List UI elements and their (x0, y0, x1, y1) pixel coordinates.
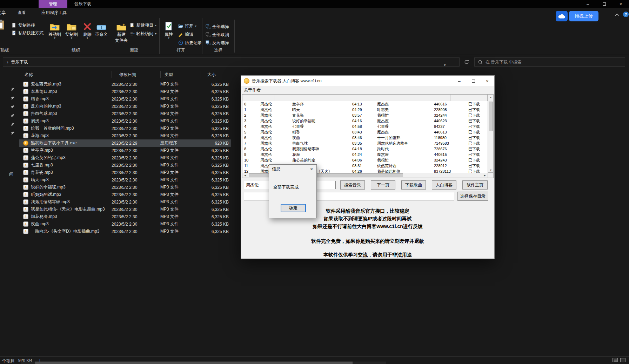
column-divider[interactable] (112, 71, 112, 78)
file-row[interactable]: 晴天.mp3 2023/5/2 2:30 MP3 文件 6,325 KB (19, 176, 231, 184)
file-row[interactable]: 听妈妈的话.mp3 2023/5/2 2:30 MP3 文件 6,325 KB (19, 191, 231, 198)
close-button[interactable]: × (480, 76, 494, 86)
paste-shortcut-button[interactable]: 粘贴快捷方式 (11, 29, 44, 36)
refresh-button[interactable] (462, 57, 471, 67)
tab-view[interactable]: 查看 (13, 8, 30, 18)
file-row[interactable]: 搁浅.mp3 2023/5/2 2:30 MP3 文件 6,325 KB (19, 117, 231, 125)
help-icon[interactable]: ? (623, 12, 629, 17)
tab-application-tools[interactable]: 应用程序工具 (34, 8, 74, 18)
file-row[interactable]: 烟花易冷.mp3 2023/5/2 2:30 MP3 文件 6,325 KB (19, 213, 231, 220)
file-row[interactable]: 告白气球.mp3 2023/5/2 2:30 MP3 文件 6,325 KB (19, 110, 231, 117)
song-row[interactable]: 5 周杰伦 稻香 03:43 魔杰座 440613 已下载 (242, 129, 488, 135)
thumbnail-view-button[interactable] (620, 358, 625, 362)
scroll-down-icon[interactable]: ▼ (488, 167, 493, 172)
scroll-left-icon[interactable]: ◀ (242, 173, 248, 178)
song-row[interactable]: 10 周杰伦 蒲公英的约定 04:06 我很忙 324243 已下载 (242, 157, 488, 163)
file-row[interactable]: 兰亭序.mp3 2023/5/2 2:30 MP3 文件 6,325 KB (19, 147, 231, 154)
breadcrumb[interactable]: 音乐下载 (11, 59, 28, 65)
choose-save-directory-button[interactable]: 选择保存目录 (457, 192, 488, 201)
drag-upload-button[interactable]: 拖拽上传 (556, 11, 598, 21)
column-divider[interactable] (201, 71, 201, 78)
blog-button[interactable]: 大白博客 (432, 180, 456, 190)
scroll-up-icon[interactable]: ▲ (488, 95, 493, 99)
song-row[interactable]: 1 周杰伦 晴天 04:29 叶惠美 228908 已下载 (242, 107, 488, 112)
file-row[interactable]: 给我一首歌的时间.mp3 2023/5/2 2:30 MP3 文件 6,325 … (19, 125, 231, 132)
file-row[interactable]: 我落泪情绪零碎.mp3 2023/5/2 2:30 MP3 文件 6,325 K… (19, 198, 231, 206)
dialog-close-button[interactable]: × (307, 165, 316, 173)
new-item-button[interactable]: 新建项目 ▾ (129, 22, 156, 29)
search-music-button[interactable]: 搜索音乐 (340, 180, 365, 190)
song-column-header[interactable] (242, 95, 274, 101)
vertical-scrollbar-thumb[interactable] (489, 102, 493, 131)
table-vertical-scrollbar[interactable]: ▲ ▼ (488, 94, 494, 173)
copy-to-button[interactable]: 复制到 ▾ (63, 19, 80, 45)
search-box[interactable] (474, 57, 625, 67)
file-row[interactable]: 本草纲目.mp3 2023/5/2 2:30 MP3 文件 6,325 KB (19, 88, 231, 95)
file-row[interactable]: 反方向的钟.mp3 2023/5/2 2:30 MP3 文件 6,325 KB (19, 103, 231, 110)
song-column-header[interactable] (359, 95, 416, 101)
dialog-ok-button[interactable]: 确定 (281, 204, 306, 212)
titlebar-manage-tab[interactable]: 管理 (39, 0, 67, 8)
properties-button[interactable]: 属性 ▾ (161, 19, 176, 45)
song-column-header[interactable] (334, 95, 359, 101)
file-row[interactable]: 爱在西元前.mp3 2023/5/2 2:30 MP3 文件 6,325 KB (19, 81, 231, 88)
column-header-size[interactable]: 大小 (207, 72, 216, 78)
maximize-button[interactable] (466, 76, 480, 86)
song-row[interactable]: 2 周杰伦 青花瓷 03:57 我很忙 324244 已下载 (242, 112, 488, 118)
file-row[interactable]: 酷我歌曲下载小工具.exe 2023/5/2 2:29 应用程序 920 KB (19, 139, 231, 147)
copy-path-button[interactable]: 复制路径 (11, 22, 35, 29)
open-button[interactable]: 打开 ▾ (178, 22, 196, 29)
column-header-name[interactable]: 名称 (25, 72, 33, 78)
column-header-date[interactable]: 修改日期 (119, 72, 136, 78)
minimize-button[interactable]: – (580, 0, 596, 8)
history-button[interactable]: 历史记录 (178, 39, 202, 46)
select-none-button[interactable]: 全部取消 (205, 31, 229, 38)
edit-button[interactable]: 编辑 (178, 31, 193, 38)
download-songs-button[interactable]: 下载歌曲 (401, 180, 426, 190)
column-divider[interactable] (160, 71, 161, 78)
move-to-button[interactable]: 移动到 ▾ (47, 19, 63, 45)
song-row[interactable]: 8 周杰伦 我落泪情绪零碎 04:18 跨时代 728676 已下载 (242, 146, 488, 152)
close-button[interactable]: × (613, 0, 629, 8)
song-row[interactable]: 9 周杰伦 花海 04:24 魔杰座 440615 已下载 (242, 152, 488, 157)
song-row[interactable]: 7 周杰伦 告白气球 03:35 周杰伦的床边故事 7149583 已下载 (242, 140, 488, 146)
rename-button[interactable]: 重命名 (94, 19, 109, 45)
song-row[interactable]: 0 周杰伦 兰亭序 04:13 魔杰座 440616 已下载 (242, 101, 488, 107)
next-page-button[interactable]: 下一页 (371, 180, 395, 190)
address-bar[interactable]: › 音乐下载 ▾ (3, 57, 460, 67)
file-row[interactable]: 说好的幸福呢.mp3 2023/5/2 2:30 MP3 文件 6,325 KB (19, 184, 231, 191)
column-header-type[interactable]: 类型 (165, 72, 173, 78)
search-input[interactable] (486, 60, 621, 64)
song-row[interactable]: 3 周杰伦 说好的幸福呢 04:16 魔杰座 440623 已下载 (242, 118, 488, 124)
song-column-header[interactable] (416, 95, 450, 101)
song-column-header[interactable] (274, 95, 334, 101)
delete-button[interactable]: 删除 ▾ (80, 19, 94, 45)
song-row[interactable]: 6 周杰伦 夜曲 03:46 十一月的萧邦 118980 已下载 (242, 135, 488, 140)
file-row[interactable]: 青花瓷.mp3 2023/5/2 2:30 MP3 文件 6,325 KB (19, 169, 231, 176)
song-row[interactable]: 4 周杰伦 七里香 04:58 七里香 94237 已下载 (242, 124, 488, 129)
tab-share[interactable]: 共享 (0, 8, 8, 18)
file-row[interactable]: 夜曲.mp3 2023/5/2 2:30 MP3 文件 6,325 KB (19, 220, 231, 228)
downloader-titlebar[interactable]: 音乐搜索下载器 大白博客 www.c1i.cn – × (241, 76, 494, 86)
file-row[interactable]: 蒲公英的约定.mp3 2023/5/2 2:30 MP3 文件 6,325 KB (19, 154, 231, 162)
easy-access-button[interactable]: 轻松访问 ▾ (129, 30, 156, 37)
new-folder-button[interactable]: 新建 文件夹 (113, 19, 130, 45)
minimize-button[interactable]: – (452, 76, 466, 86)
horizontal-scrollbar-thumb[interactable] (35, 362, 353, 364)
maximize-button[interactable] (596, 0, 613, 8)
scroll-right-icon[interactable]: ▶ (482, 173, 488, 178)
ribbon-collapse-icon[interactable] (614, 12, 620, 18)
invert-selection-button[interactable]: 反向选择 (205, 39, 229, 46)
details-view-button[interactable] (613, 358, 618, 362)
menu-about-author[interactable]: 关于作者 (241, 86, 494, 94)
file-row[interactable]: 七里香.mp3 2023/5/2 2:30 MP3 文件 6,325 KB (19, 162, 231, 169)
file-row[interactable]: 一路向北-《头文字D》电影插曲.mp3 2023/5/2 2:30 MP3 文件… (19, 228, 231, 235)
software-home-button[interactable]: 软件主页 (462, 180, 488, 190)
file-row[interactable]: 花海.mp3 2023/5/2 2:30 MP3 文件 6,325 KB (19, 132, 231, 139)
file-row[interactable]: 稻香.mp3 2023/5/2 2:30 MP3 文件 6,325 KB (19, 95, 231, 103)
song-column-header[interactable] (450, 95, 484, 101)
song-column-header[interactable] (484, 95, 488, 101)
column-divider[interactable] (231, 71, 231, 78)
address-dropdown-icon[interactable]: ▾ (441, 60, 449, 69)
nav-item-partial[interactable]: 间 (9, 171, 13, 177)
